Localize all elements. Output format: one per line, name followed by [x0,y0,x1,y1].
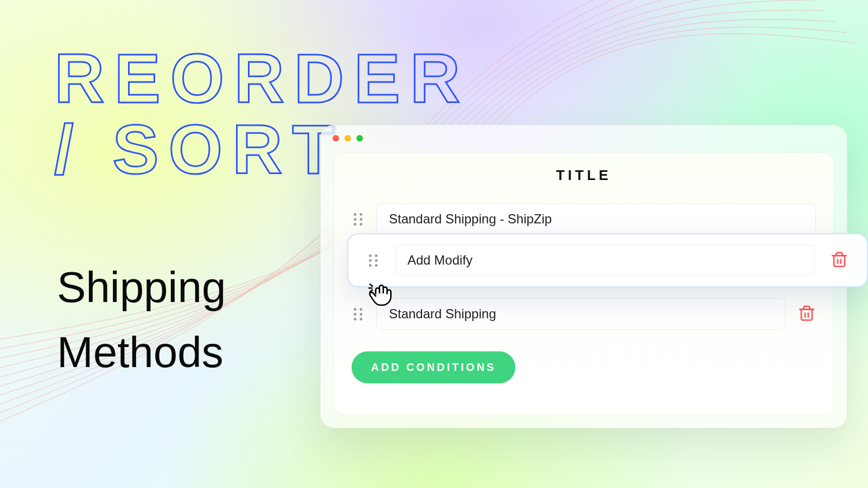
shipping-name-input[interactable]: Standard Shipping [376,298,786,330]
delete-row-button[interactable] [797,305,816,323]
window-zoom-icon[interactable] [356,135,363,142]
drag-handle-icon[interactable] [352,307,365,320]
shipping-row[interactable]: Standard Shipping [352,293,816,335]
delete-row-button[interactable] [830,251,848,269]
window-minimize-icon[interactable] [344,135,351,142]
panel-title: TITLE [352,167,816,184]
drag-handle-icon[interactable] [367,254,380,267]
drag-handle-icon[interactable] [352,213,365,226]
dragging-row[interactable]: Add Modify [347,233,868,287]
svg-rect-0 [801,310,812,320]
shipping-name-input[interactable]: Standard Shipping - ShipZip [376,203,816,235]
window-traffic-lights [333,135,363,142]
grab-cursor-icon [366,278,397,308]
svg-rect-1 [834,256,845,267]
window-close-icon[interactable] [333,135,339,142]
shipping-name-input[interactable]: Add Modify [395,245,815,276]
add-conditions-button[interactable]: ADD CONDITIONS [352,351,515,383]
